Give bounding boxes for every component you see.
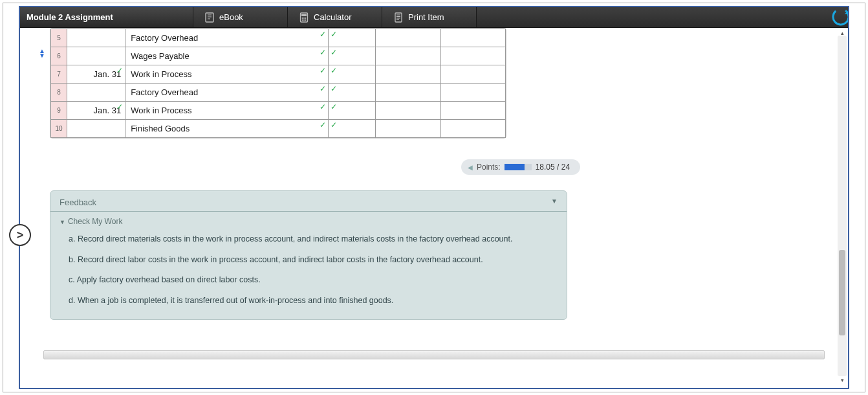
amount-cell-2[interactable] bbox=[376, 120, 440, 138]
feedback-header[interactable]: Feedback ▼ bbox=[50, 191, 567, 212]
feedback-item: a. Record direct materials costs in the … bbox=[50, 227, 567, 248]
amount-cell-3[interactable] bbox=[440, 84, 505, 102]
assignment-title: Module 2 Assignment bbox=[20, 7, 193, 27]
feedback-item: b. Record direct labor costs in the work… bbox=[50, 248, 567, 269]
table-row: 9Jan. 31✓Work in Process✓✓ bbox=[51, 102, 506, 120]
svg-point-6 bbox=[302, 19, 303, 21]
print-icon bbox=[394, 12, 403, 23]
check-icon: ✓ bbox=[320, 48, 326, 57]
print-item-button[interactable]: Print Item bbox=[382, 7, 477, 27]
bottom-divider bbox=[43, 350, 825, 359]
row-number-cell[interactable]: 10 bbox=[51, 120, 67, 138]
check-icon: ✓ bbox=[320, 66, 326, 75]
feedback-item: d. When a job is completed, it is transf… bbox=[50, 289, 567, 310]
content-area: 5Factory Overhead✓✓6▲▼Wages Payable✓✓7Ja… bbox=[20, 28, 848, 388]
amount-cell-2[interactable] bbox=[376, 47, 440, 65]
amount-cell-3[interactable] bbox=[440, 102, 505, 120]
feedback-title: Feedback bbox=[60, 198, 96, 207]
check-icon: ✓ bbox=[331, 120, 337, 130]
description-cell[interactable]: Wages Payable✓ bbox=[125, 47, 329, 65]
row-number-cell[interactable]: 8 bbox=[51, 84, 67, 102]
svg-point-5 bbox=[305, 17, 307, 19]
svg-point-4 bbox=[303, 17, 305, 19]
amount-cell-1[interactable]: ✓ bbox=[328, 47, 375, 65]
svg-point-8 bbox=[305, 19, 307, 21]
table-row: 8Factory Overhead✓✓ bbox=[51, 84, 506, 102]
description-cell[interactable]: Work in Process✓ bbox=[125, 65, 329, 84]
expand-chevron-icon: > bbox=[17, 229, 24, 242]
amount-cell-3[interactable] bbox=[440, 47, 505, 65]
date-cell[interactable]: Jan. 31✓ bbox=[67, 65, 125, 84]
svg-rect-0 bbox=[206, 13, 213, 22]
amount-cell-1[interactable]: ✓ bbox=[328, 65, 375, 84]
amount-cell-1[interactable]: ✓ bbox=[328, 84, 375, 102]
check-icon: ✓ bbox=[320, 30, 326, 39]
check-icon: ✓ bbox=[331, 66, 337, 75]
description-cell[interactable]: Factory Overhead✓ bbox=[125, 84, 329, 102]
check-icon: ✓ bbox=[331, 102, 337, 111]
feedback-panel: Feedback ▼ ▼Check My Work a. Record dire… bbox=[50, 190, 567, 320]
scroll-up-arrow[interactable]: ▴ bbox=[838, 29, 847, 37]
date-cell[interactable] bbox=[67, 120, 125, 138]
description-cell[interactable]: Work in Process✓ bbox=[125, 102, 329, 120]
ebook-icon bbox=[205, 12, 214, 23]
points-label: Points: bbox=[477, 163, 501, 172]
journal-table: 5Factory Overhead✓✓6▲▼Wages Payable✓✓7Ja… bbox=[50, 28, 506, 139]
description-cell[interactable]: Finished Goods✓ bbox=[125, 120, 329, 138]
amount-cell-1[interactable]: ✓ bbox=[328, 102, 375, 120]
ebook-button[interactable]: eBook bbox=[193, 7, 288, 27]
row-number-cell[interactable]: 5 bbox=[51, 29, 67, 47]
calculator-icon bbox=[299, 12, 309, 23]
amount-cell-3[interactable] bbox=[440, 29, 505, 47]
table-row: 7Jan. 31✓Work in Process✓✓ bbox=[51, 65, 506, 84]
svg-point-10 bbox=[831, 7, 849, 27]
row-number-cell[interactable]: 6▲▼ bbox=[51, 47, 67, 65]
points-icon: ◀ bbox=[468, 164, 473, 171]
date-cell[interactable] bbox=[67, 47, 125, 65]
check-icon: ✓ bbox=[331, 30, 337, 39]
vertical-scrollbar[interactable]: ▴ ▾ bbox=[838, 36, 847, 376]
chevron-down-icon: ▼ bbox=[60, 219, 65, 225]
row-number-cell[interactable]: 9 bbox=[51, 102, 67, 120]
row-sort-handle[interactable]: ▲▼ bbox=[36, 49, 49, 58]
check-icon: ✓ bbox=[331, 48, 337, 57]
scrollbar-thumb[interactable] bbox=[839, 250, 845, 335]
assignment-frame: Module 2 Assignment eBook Calculator Pri… bbox=[19, 6, 849, 389]
calculator-button[interactable]: Calculator bbox=[288, 7, 382, 27]
toolbar-spacer bbox=[477, 7, 848, 27]
row-number-cell[interactable]: 7 bbox=[51, 65, 67, 84]
points-value: 18.05 / 24 bbox=[536, 163, 570, 172]
svg-rect-2 bbox=[301, 14, 307, 16]
amount-cell-1[interactable]: ✓ bbox=[328, 120, 375, 138]
collapse-icon: ▼ bbox=[551, 198, 558, 207]
date-cell[interactable]: Jan. 31✓ bbox=[67, 102, 125, 120]
description-cell[interactable]: Factory Overhead✓ bbox=[125, 29, 329, 47]
feedback-item: c. Apply factory overhead based on direc… bbox=[50, 268, 567, 289]
calculator-label: Calculator bbox=[314, 12, 352, 22]
refresh-icon[interactable] bbox=[831, 7, 849, 27]
ebook-label: eBook bbox=[219, 12, 243, 22]
outer-frame: Module 2 Assignment eBook Calculator Pri… bbox=[3, 3, 865, 392]
amount-cell-2[interactable] bbox=[376, 84, 440, 102]
points-bar bbox=[505, 164, 532, 170]
amount-cell-1[interactable]: ✓ bbox=[328, 29, 375, 47]
date-cell[interactable] bbox=[67, 84, 125, 102]
table-row: 6▲▼Wages Payable✓✓ bbox=[51, 47, 506, 65]
top-toolbar: Module 2 Assignment eBook Calculator Pri… bbox=[20, 7, 848, 28]
amount-cell-3[interactable] bbox=[440, 120, 505, 138]
check-my-work-label: Check My Work bbox=[68, 217, 122, 226]
amount-cell-3[interactable] bbox=[440, 65, 505, 84]
amount-cell-2[interactable] bbox=[376, 102, 440, 120]
expand-panel-button[interactable]: > bbox=[9, 224, 31, 246]
points-bar-fill bbox=[505, 164, 525, 170]
points-indicator: ◀ Points: 18.05 / 24 bbox=[461, 159, 580, 175]
scroll-area: 5Factory Overhead✓✓6▲▼Wages Payable✓✓7Ja… bbox=[20, 28, 836, 388]
amount-cell-2[interactable] bbox=[376, 29, 440, 47]
check-my-work-toggle[interactable]: ▼Check My Work bbox=[50, 212, 567, 227]
svg-rect-9 bbox=[395, 13, 402, 22]
table-row: 10Finished Goods✓✓ bbox=[51, 120, 506, 138]
date-cell[interactable] bbox=[67, 29, 125, 47]
scroll-down-arrow[interactable]: ▾ bbox=[838, 376, 847, 384]
amount-cell-2[interactable] bbox=[376, 65, 440, 84]
check-icon: ✓ bbox=[116, 66, 123, 75]
